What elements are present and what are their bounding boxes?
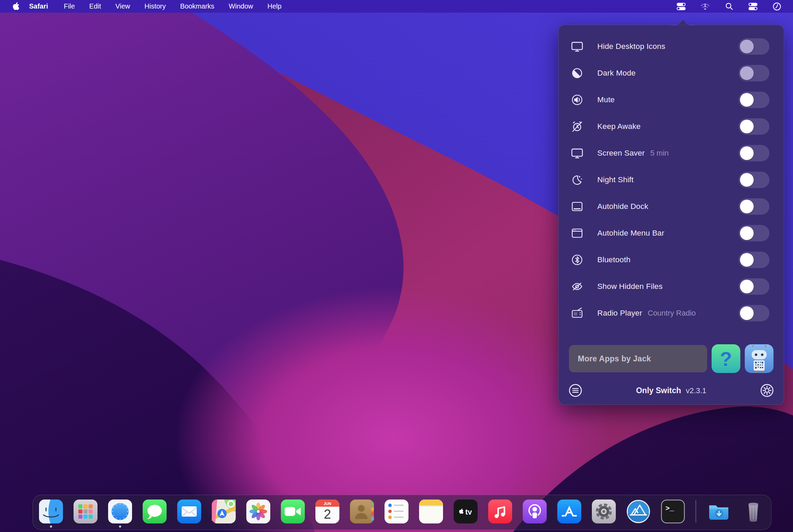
dock-item-photos[interactable] xyxy=(246,500,270,529)
dock-item-calendar[interactable]: JUN2 xyxy=(315,500,339,529)
dock-icon xyxy=(571,200,584,213)
radio-icon xyxy=(571,307,584,320)
switch-label: Screen Saver xyxy=(597,149,645,158)
toggle-knob xyxy=(740,173,754,187)
app-menus: FileEditViewHistoryBookmarksWindowHelp xyxy=(64,2,282,10)
dock-item-mail[interactable] xyxy=(177,500,201,529)
panel-footer-title: Only Switchv2.3.1 xyxy=(583,386,760,395)
toggle-show-hidden-files[interactable] xyxy=(739,278,769,295)
panel-footer: Only Switchv2.3.1 xyxy=(568,383,774,398)
moon-icon xyxy=(571,173,584,186)
toggle-knob xyxy=(740,40,754,53)
menu-file[interactable]: File xyxy=(64,2,75,10)
dock-item-music[interactable] xyxy=(488,500,512,529)
dock-item-facetime[interactable] xyxy=(281,500,305,529)
toggle-bluetooth[interactable] xyxy=(739,252,769,268)
menu-edit[interactable]: Edit xyxy=(89,2,101,10)
more-apps-banner[interactable]: More Apps by Jack xyxy=(569,345,707,372)
toggle-knob xyxy=(740,200,754,213)
dock-divider xyxy=(696,500,696,523)
toggle-knob xyxy=(740,306,754,320)
switch-row-hide-desktop-icons: Hide Desktop Icons xyxy=(559,33,784,60)
svg-text:tv: tv xyxy=(465,508,472,516)
active-app-menu[interactable]: Safari xyxy=(29,2,48,10)
display-icon xyxy=(571,40,584,53)
switch-row-show-hidden-files: Show Hidden Files xyxy=(559,273,784,300)
wifi-warning-icon[interactable] xyxy=(700,2,710,11)
alarm-off-icon xyxy=(571,120,584,133)
dock-item-launchpad[interactable] xyxy=(74,500,98,529)
switch-label: Night Shift xyxy=(597,175,634,184)
dock-item-terminal[interactable]: >_ xyxy=(661,500,685,529)
switch-label: Dark Mode xyxy=(597,69,636,78)
dock-item-safari[interactable] xyxy=(108,500,132,529)
menu-bookmarks[interactable]: Bookmarks xyxy=(180,2,214,10)
menu-help[interactable]: Help xyxy=(268,2,282,10)
only-switch-panel: Hide Desktop Icons Dark Mode Mute Keep A… xyxy=(558,25,784,405)
switch-row-mute: Mute xyxy=(559,87,784,113)
svg-text:JUN: JUN xyxy=(323,502,331,506)
bluetooth-icon xyxy=(571,253,584,266)
switch-detail: Country Radio xyxy=(648,309,696,318)
menu-bar: Safari FileEditViewHistoryBookmarksWindo… xyxy=(0,0,793,13)
toggle-night-shift[interactable] xyxy=(739,172,769,188)
switch-row-autohide-menu-bar: Autohide Menu Bar xyxy=(559,220,784,247)
contrast-icon xyxy=(571,67,584,80)
desktop: Safari FileEditViewHistoryBookmarksWindo… xyxy=(0,0,793,532)
switch-row-radio-player: Radio Player Country Radio xyxy=(559,300,784,327)
dock-item-system-preferences[interactable] xyxy=(592,500,616,529)
dock-item-messages[interactable] xyxy=(143,500,167,529)
menu-view[interactable]: View xyxy=(115,2,130,10)
menu-history[interactable]: History xyxy=(144,2,166,10)
dock-item-trash[interactable] xyxy=(741,500,765,529)
more-apps-label: More Apps by Jack xyxy=(578,354,651,363)
dock-item-reminders[interactable] xyxy=(385,500,408,529)
help-app-icon[interactable]: ? xyxy=(712,344,740,373)
running-indicator xyxy=(119,526,121,528)
screen-icon xyxy=(571,147,584,160)
menu-list-button[interactable] xyxy=(568,383,583,398)
toggle-keep-awake[interactable] xyxy=(739,118,769,135)
dock-item-mountain-app[interactable] xyxy=(626,500,650,529)
dock-item-app-store[interactable] xyxy=(557,500,581,529)
only-switch-menubar-icon[interactable] xyxy=(676,2,686,11)
control-center-icon[interactable] xyxy=(748,2,758,11)
toggle-dark-mode[interactable] xyxy=(739,65,769,81)
toggle-hide-desktop-icons[interactable] xyxy=(739,38,769,55)
toggle-autohide-menu-bar[interactable] xyxy=(739,225,769,241)
toggle-mute[interactable] xyxy=(739,92,769,108)
switch-row-keep-awake: Keep Awake xyxy=(559,113,784,140)
menu-window[interactable]: Window xyxy=(229,2,253,10)
running-indicator xyxy=(50,526,52,528)
switch-label: Keep Awake xyxy=(597,122,641,131)
switch-label: Mute xyxy=(597,95,615,104)
apple-menu-icon[interactable] xyxy=(12,2,20,11)
dock-item-maps[interactable] xyxy=(212,500,236,529)
dock-item-apple-tv[interactable]: tv xyxy=(454,500,478,529)
dock-item-contacts[interactable] xyxy=(350,500,374,529)
dock-item-notes[interactable] xyxy=(419,500,443,529)
switch-label: Radio Player xyxy=(597,309,642,318)
toggle-autohide-dock[interactable] xyxy=(739,198,769,215)
qr-robot-app-icon[interactable] xyxy=(745,344,774,373)
dock-item-finder[interactable] xyxy=(39,500,63,529)
switch-label: Autohide Dock xyxy=(597,202,648,211)
toggle-knob xyxy=(740,120,754,133)
menubar-icon xyxy=(571,227,584,240)
svg-text:2: 2 xyxy=(324,507,331,521)
switch-row-night-shift: Night Shift xyxy=(559,167,784,193)
switch-row-screen-saver: Screen Saver 5 min xyxy=(559,140,784,167)
toggle-knob xyxy=(740,253,754,267)
toggle-knob xyxy=(740,66,754,80)
dock-item-podcasts[interactable] xyxy=(523,500,547,529)
dock-item-downloads[interactable] xyxy=(707,500,731,529)
app-title: Only Switch xyxy=(636,386,681,395)
switch-label: Autohide Menu Bar xyxy=(597,229,664,238)
toggle-screen-saver[interactable] xyxy=(739,145,769,161)
search-icon[interactable] xyxy=(724,2,734,11)
switch-list: Hide Desktop Icons Dark Mode Mute Keep A… xyxy=(559,33,784,327)
dock: JUN2tv>_ xyxy=(32,495,771,530)
settings-button[interactable] xyxy=(760,383,774,398)
clock-icon[interactable] xyxy=(772,2,782,11)
toggle-radio-player[interactable] xyxy=(739,305,769,321)
